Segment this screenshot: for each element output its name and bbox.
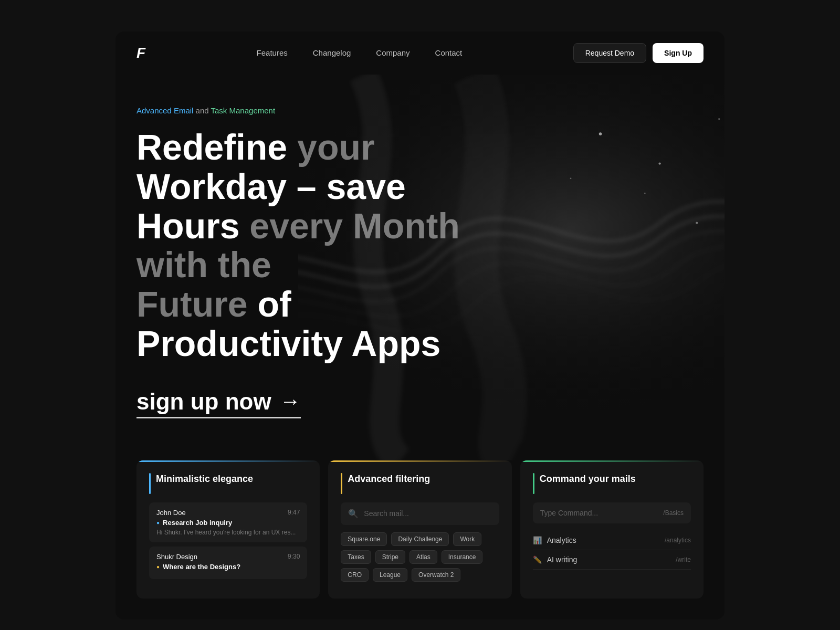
nav-item-contact[interactable]: Contact [435,48,463,58]
email-item-2[interactable]: Shukr Design 9:30 ● Where are the Design… [149,547,307,579]
card-top-border-green [520,460,704,462]
tag-work[interactable]: Work [453,532,481,546]
writing-shortcut: /write [676,556,691,563]
tag-row-1: Square.one Daily Challenge Work [341,532,499,546]
svg-point-6 [696,222,698,224]
email-sender-2: Shukr Design [156,553,197,561]
arrow-icon: → [280,390,301,413]
tag-overwatch[interactable]: Overwatch 2 [412,568,460,582]
hero-title-line1: Redefine your Workday – save [136,127,406,206]
email-subject-2: ● Where are the Designs? [156,563,300,571]
card-top-border-blue [136,460,320,462]
hero-subtitle: Advanced Email and Task Management [136,106,494,115]
card1-header-bar [149,473,151,494]
email-meta-2: Shukr Design 9:30 [156,553,300,561]
tag-taxes[interactable]: Taxes [341,550,371,564]
email-sender-1: John Doe [156,509,186,517]
card3-header-bar [533,473,534,494]
email-meta-1: John Doe 9:47 [156,509,300,517]
command-placeholder: Type Command... [540,509,598,517]
tag-league[interactable]: League [373,568,407,582]
search-icon: 🔍 [348,509,359,519]
command-hint: /Basics [663,509,684,517]
svg-point-8 [570,177,572,179]
tag-daily-challenge[interactable]: Daily Challenge [391,532,449,546]
card2-title: Advanced filtering [348,473,430,485]
card2-header: Advanced filtering [341,473,499,494]
email-preview-1: Hi Shukr. I've heard you're looking for … [156,529,300,536]
svg-point-3 [718,118,720,120]
nav-item-changelog[interactable]: Changelog [313,48,351,58]
svg-point-1 [599,132,602,135]
navbar: F Features Changelog Company Contact Req… [116,32,724,75]
hero-subtitle-and: and [196,106,211,115]
main-container: F Features Changelog Company Contact Req… [116,32,724,620]
feature-card-email: Minimalistic elegance John Doe 9:47 ● Re… [136,460,320,598]
card3-header: Command your mails [533,473,691,494]
hero-subtitle-email: Advanced Email [136,106,193,115]
request-demo-button[interactable]: Request Demo [573,43,646,63]
feature-card-command: Command your mails Type Command... /Basi… [520,460,704,598]
email-subject-1: ● Research Job inquiry [156,519,300,527]
hero-section: Advanced Email and Task Management Redef… [116,75,724,460]
search-bar[interactable]: 🔍 Search mail... [341,502,499,525]
email-time-2: 9:30 [288,553,300,560]
tag-row-2: Taxes Stripe Atlas Insurance [341,550,499,564]
hero-cta-text: sign up now [136,388,271,415]
analytics-label: Analytics [547,536,576,544]
card2-header-bar [341,473,342,494]
email-time-1: 9:47 [288,509,300,516]
feature-card-filter: Advanced filtering 🔍 Search mail... Squa… [328,460,511,598]
nav-links: Features Changelog Company Contact [257,48,463,58]
svg-point-2 [658,162,660,164]
command-input[interactable]: Type Command... /Basics [533,502,691,523]
tag-atlas[interactable]: Atlas [410,550,437,564]
email-item-1[interactable]: John Doe 9:47 ● Research Job inquiry Hi … [149,502,307,542]
feature-cards: Minimalistic elegance John Doe 9:47 ● Re… [116,460,724,620]
email-dot-1: ● [156,520,160,526]
hero-content: Advanced Email and Task Management Redef… [136,106,494,418]
card1-title: Minimalistic elegance [156,473,253,485]
signup-button[interactable]: Sign Up [653,43,704,63]
hero-cta-link[interactable]: sign up now → [136,388,301,418]
email-dot-2: ● [156,564,160,570]
analytics-shortcut: /analytics [665,537,691,544]
card1-header: Minimalistic elegance [149,473,307,494]
card3-title: Command your mails [540,473,636,485]
tag-squareone[interactable]: Square.one [341,532,387,546]
tag-cro[interactable]: CRO [341,568,369,582]
hero-subtitle-task: Task Management [211,106,276,115]
writing-icon: ✏️ [533,555,542,564]
hero-title: Redefine your Workday – save Hours every… [136,128,494,363]
card-top-border-yellow [328,460,511,462]
command-item-writing[interactable]: ✏️ AI writing /write [533,550,691,570]
nav-actions: Request Demo Sign Up [573,43,704,63]
svg-point-5 [644,193,646,194]
tag-row-3: CRO League Overwatch 2 [341,568,499,582]
search-placeholder: Search mail... [364,509,409,518]
command-item-analytics[interactable]: 📊 Analytics /analytics [533,531,691,550]
tag-insurance[interactable]: Insurance [442,550,483,564]
nav-item-features[interactable]: Features [257,48,288,58]
logo: F [136,45,145,61]
tag-stripe[interactable]: Stripe [375,550,405,564]
analytics-icon: 📊 [533,536,542,544]
nav-item-company[interactable]: Company [376,48,410,58]
hero-title-line3: Future of Productivity Apps [136,284,440,363]
writing-label: AI writing [547,555,578,564]
hero-title-line2: Hours every Month with the [136,206,460,285]
